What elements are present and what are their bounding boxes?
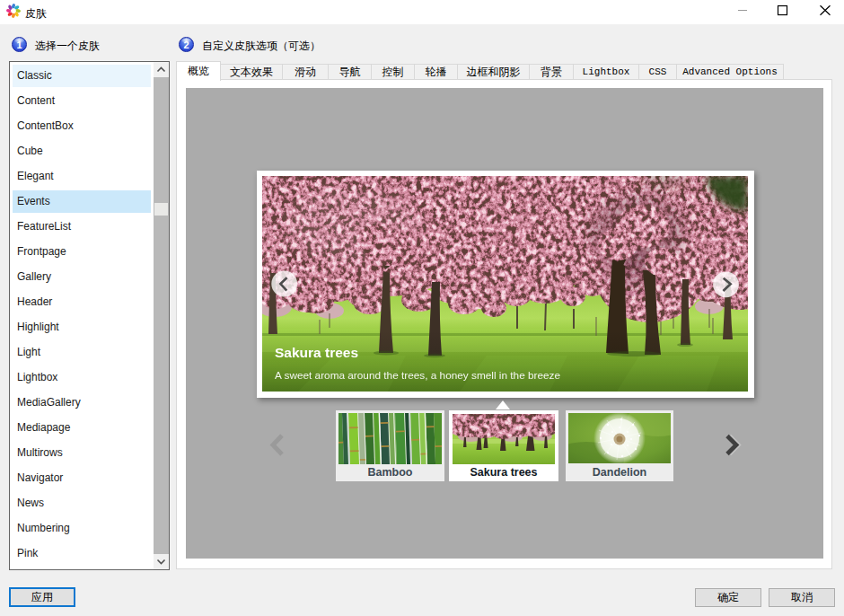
svg-text:A sweet aroma around the trees: A sweet aroma around the trees, a honey … bbox=[275, 369, 560, 382]
svg-text:Sakura trees: Sakura trees bbox=[275, 345, 358, 360]
